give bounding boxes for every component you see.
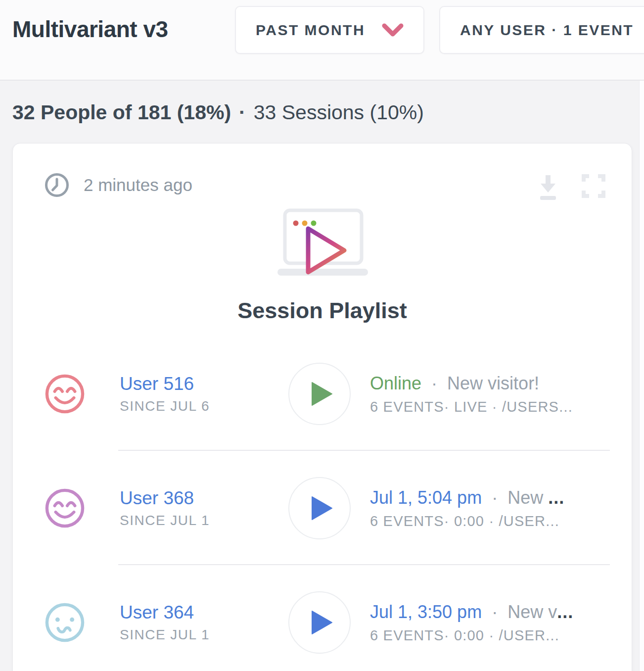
session-detail: New visitor! (447, 373, 539, 393)
chevron-down-icon (382, 23, 404, 37)
session-rows: User 516 SINCE JUL 6 Online · New visito… (13, 336, 632, 671)
fullscreen-icon[interactable] (582, 174, 605, 198)
session-meta: 6 EVENTS· 0:00 · /USER... (370, 627, 573, 643)
session-detail: New v (507, 601, 557, 622)
adjacent-panel-edge (639, 81, 644, 671)
browser-dot-orange (302, 221, 307, 226)
user-link[interactable]: User 368 (120, 488, 258, 509)
browser-dot-red (293, 221, 298, 226)
browser-dot-green (311, 221, 316, 226)
last-updated: 2 minutes ago (44, 172, 192, 198)
monitor-play-icon (256, 208, 389, 292)
clock-icon (44, 172, 70, 198)
session-status[interactable]: Jul 1, 3:50 pm (370, 601, 482, 622)
smiley-smirk-icon (45, 602, 85, 643)
play-icon (312, 382, 332, 406)
session-info: Jul 1, 3:50 pm · New v... 6 EVENTS· 0:00… (370, 601, 573, 643)
session-row: User 516 SINCE JUL 6 Online · New visito… (13, 336, 632, 451)
dot-separator: · (492, 487, 498, 507)
session-meta: 6 EVENTS· 0:00 · /USER... (370, 513, 564, 529)
header: Multivariant v3 PAST MONTH ANY USER · 1 … (0, 0, 644, 81)
stats-separator: · (239, 101, 246, 124)
download-icon[interactable] (535, 172, 561, 201)
play-icon (312, 496, 332, 520)
play-session-button[interactable] (288, 591, 351, 654)
time-range-label: PAST MONTH (256, 22, 365, 39)
session-playlist-card: 2 minutes ago Session Playlist (12, 143, 632, 671)
last-updated-text: 2 minutes ago (84, 175, 192, 195)
sessions-stat: 33 Sessions (10%) (254, 101, 424, 124)
play-icon (312, 611, 332, 634)
smiley-happy-icon (45, 488, 85, 528)
truncation-ellipsis: ... (557, 601, 573, 622)
truncation-ellipsis: ... (548, 487, 564, 507)
smiley-happy-icon (45, 374, 85, 414)
page-title: Multivariant v3 (12, 16, 168, 43)
user-since: SINCE JUL 1 (120, 627, 258, 643)
funnel-stats: 32 People of 181 (18%) · 33 Sessions (10… (12, 101, 424, 124)
user-link[interactable]: User 364 (120, 602, 258, 623)
session-info: Online · New visitor! 6 EVENTS· LIVE · /… (370, 373, 573, 415)
play-session-button[interactable] (288, 363, 351, 425)
session-meta: 6 EVENTS· LIVE · /USERS... (370, 398, 573, 415)
dot-separator: · (492, 601, 498, 622)
session-status[interactable]: Online (370, 373, 421, 393)
people-stat: 32 People of 181 (18%) (12, 101, 231, 124)
session-status[interactable]: Jul 1, 5:04 pm (370, 487, 482, 507)
session-row: User 364 SINCE JUL 1 Jul 1, 3:50 pm · Ne… (13, 565, 632, 671)
user-since: SINCE JUL 6 (120, 398, 258, 414)
play-session-button[interactable] (288, 477, 351, 539)
session-detail: New (507, 487, 548, 507)
session-info: Jul 1, 5:04 pm · New ... 6 EVENTS· 0:00 … (370, 487, 564, 529)
time-range-dropdown[interactable]: PAST MONTH (235, 6, 424, 54)
session-row: User 368 SINCE JUL 1 Jul 1, 5:04 pm · Ne… (13, 451, 632, 565)
dot-separator: · (431, 373, 437, 393)
audience-filter-dropdown[interactable]: ANY USER · 1 EVENT (439, 6, 644, 54)
card-title: Session Playlist (13, 298, 632, 324)
user-since: SINCE JUL 1 (120, 513, 258, 528)
audience-filter-label: ANY USER · 1 EVENT (460, 22, 634, 39)
user-link[interactable]: User 516 (120, 374, 258, 394)
